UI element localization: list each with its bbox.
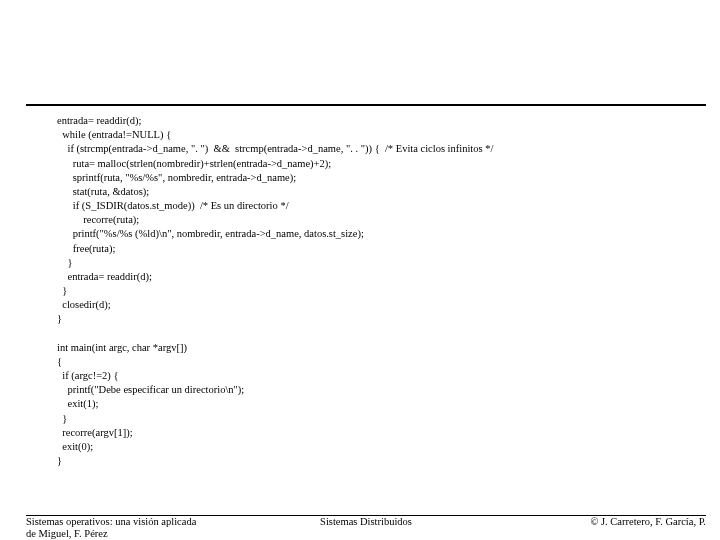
code-listing: entrada= readdir(d); while (entrada!=NUL… <box>57 114 700 468</box>
code-line: closedir(d); <box>57 299 111 310</box>
code-line: printf("Debe especificar un directorio\n… <box>57 384 244 395</box>
top-divider <box>26 104 706 106</box>
code-line: while (entrada!=NULL) { <box>57 129 171 140</box>
code-line: exit(1); <box>57 398 98 409</box>
code-line: { <box>57 356 62 367</box>
code-line: entrada= readdir(d); <box>57 115 141 126</box>
code-line: } <box>57 257 73 268</box>
code-line: free(ruta); <box>57 243 115 254</box>
code-line: sprintf(ruta, "%s/%s", nombredir, entrad… <box>57 172 296 183</box>
footer-left: Sistemas operativos: una visión aplicada… <box>26 516 256 540</box>
code-line: if (S_ISDIR(datos.st_mode)) /* Es un dir… <box>57 200 289 211</box>
footer-left-line1: Sistemas operativos: una visión aplicada <box>26 516 196 527</box>
code-line: exit(0); <box>57 441 93 452</box>
code-line: } <box>57 285 67 296</box>
code-line: if (argc!=2) { <box>57 370 119 381</box>
code-line: recorre(argv[1]); <box>57 427 133 438</box>
code-line: recorre(ruta); <box>57 214 139 225</box>
code-line: } <box>57 455 62 466</box>
footer-left-line2: de Miguel, F. Pérez <box>26 528 108 539</box>
code-line: ruta= malloc(strlen(nombredir)+strlen(en… <box>57 158 331 169</box>
footer-right: © J. Carretero, F. García, P. <box>590 516 706 528</box>
code-line: int main(int argc, char *argv[]) <box>57 342 187 353</box>
code-line: entrada= readdir(d); <box>57 271 152 282</box>
code-line: } <box>57 313 62 324</box>
code-line: if (strcmp(entrada->d_name, ". ") && str… <box>57 143 493 154</box>
code-line: stat(ruta, &datos); <box>57 186 149 197</box>
code-line: } <box>57 413 67 424</box>
code-line: printf("%s/%s (%ld)\n", nombredir, entra… <box>57 228 364 239</box>
slide-footer: Sistemas Distribuidos © J. Carretero, F.… <box>26 516 706 540</box>
